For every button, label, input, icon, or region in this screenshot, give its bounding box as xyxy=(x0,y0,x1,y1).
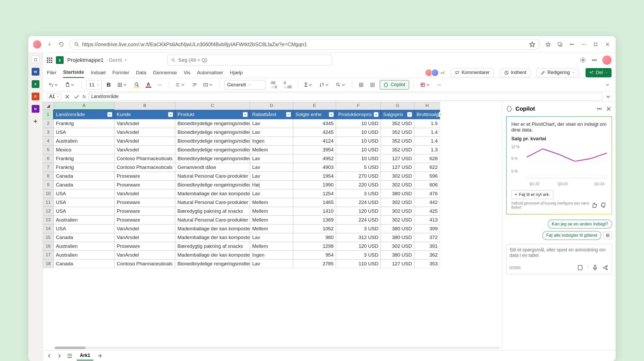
table-header-cell[interactable]: Rabatbånd xyxy=(250,110,293,119)
row-header[interactable]: 2 xyxy=(43,119,54,128)
table-cell[interactable]: VanArsdel xyxy=(114,137,175,145)
table-cell[interactable]: 1.4 xyxy=(414,137,440,145)
row-header[interactable]: 10 xyxy=(43,189,54,198)
presence-avatars[interactable]: +4 xyxy=(426,69,444,77)
filter-dropdown-icon[interactable] xyxy=(407,112,412,117)
copilot-textarea[interactable] xyxy=(510,247,609,262)
table-cell[interactable]: 127 USD xyxy=(381,163,414,172)
table-cell[interactable]: 399 xyxy=(414,224,440,233)
address-bar[interactable]: https://onedrive.live.com/:w:/t/EaCKkPs6… xyxy=(70,39,540,50)
table-cell[interactable]: Proseware xyxy=(114,207,175,216)
spreadsheet-grid[interactable]: ◢ABCDEFGH1Land/områdeKundeProduktRabatbå… xyxy=(43,102,502,268)
table-cell[interactable]: VanArsdel xyxy=(114,233,175,242)
tab-startside[interactable]: Startside xyxy=(63,67,84,78)
table-cell[interactable]: Natural Personal Care-produkter xyxy=(175,172,250,180)
table-cell[interactable]: Australien xyxy=(54,216,114,224)
table-cell[interactable]: 3 USD xyxy=(336,224,381,233)
table-cell[interactable]: USA xyxy=(54,207,114,216)
table-cell[interactable]: Mellem xyxy=(250,198,293,207)
table-cell[interactable]: Australien xyxy=(54,137,114,145)
table-cell[interactable]: 1254 xyxy=(293,189,336,198)
undo-button[interactable] xyxy=(47,80,60,89)
row-header[interactable]: 15 xyxy=(43,233,54,242)
sheet-next-icon[interactable] xyxy=(56,352,63,359)
table-cell[interactable]: 10 USD xyxy=(336,137,381,145)
table-cell[interactable]: Mademballage der kan komposter xyxy=(175,233,250,242)
table-cell[interactable]: Bæredygtig pakning af snacks xyxy=(175,207,250,216)
decrease-decimal-button[interactable]: .00→.0 xyxy=(269,80,278,89)
col-header[interactable]: E xyxy=(293,102,336,110)
table-cell[interactable]: 302 USD xyxy=(381,172,414,180)
table-cell[interactable]: 2785 xyxy=(293,259,336,268)
tab-data[interactable]: Data xyxy=(136,68,146,78)
expand-formula-icon[interactable] xyxy=(605,93,612,100)
grid-icon-button[interactable] xyxy=(603,232,612,239)
table-cell[interactable]: Natural Personal Care-produkter xyxy=(175,198,250,207)
addins-button[interactable] xyxy=(357,80,365,89)
close-icon[interactable] xyxy=(604,41,611,48)
table-cell[interactable]: Frankrig xyxy=(54,154,114,163)
row-header[interactable]: 12 xyxy=(43,207,54,216)
table-header-cell[interactable]: Land/område xyxy=(54,110,114,119)
table-cell[interactable]: Genanvendt dåse xyxy=(175,163,250,172)
table-cell[interactable]: 980 xyxy=(293,233,336,242)
cancel-formula-icon[interactable] xyxy=(64,93,71,100)
table-cell[interactable]: VanArsdel xyxy=(114,251,175,259)
col-header[interactable]: F xyxy=(336,102,381,110)
row-header[interactable]: 1 xyxy=(43,110,54,119)
font-size-input[interactable]: 11 xyxy=(86,80,102,89)
fx-icon[interactable]: fx xyxy=(82,94,86,99)
col-header[interactable]: D xyxy=(250,102,293,110)
table-cell[interactable]: 4345 xyxy=(293,119,336,128)
suggestion-add-all[interactable]: Føj alle indsigter til gitteret xyxy=(543,231,601,240)
table-cell[interactable]: USA xyxy=(54,189,114,198)
table-header-cell[interactable]: Bruttosalg xyxy=(414,110,440,119)
user-avatar[interactable] xyxy=(602,55,612,65)
rail-onenote-icon[interactable]: N xyxy=(32,105,39,113)
row-header[interactable]: 5 xyxy=(43,145,54,154)
name-box[interactable]: A1 xyxy=(47,93,61,100)
copilot-close-icon[interactable] xyxy=(605,105,612,112)
table-cell[interactable]: VanArsdel xyxy=(114,189,175,198)
table-cell[interactable]: 4952 xyxy=(293,154,336,163)
table-cell[interactable]: 110 USD xyxy=(336,259,381,268)
table-cell[interactable]: 442 xyxy=(414,198,440,207)
formula-input[interactable]: Land/område xyxy=(88,93,602,101)
table-cell[interactable]: Mellem xyxy=(250,224,293,233)
table-cell[interactable]: 1369 xyxy=(293,216,336,224)
find-button[interactable] xyxy=(334,80,348,89)
back-icon[interactable] xyxy=(46,41,53,48)
add-to-sheet-button[interactable]: +Føj til et nyt ark. xyxy=(511,190,553,199)
catchup-button[interactable]: Indhent xyxy=(500,68,530,77)
table-cell[interactable]: 1954 xyxy=(293,172,336,180)
table-cell[interactable]: Proseware xyxy=(114,172,175,180)
table-cell[interactable]: Proseware xyxy=(114,198,175,207)
sheet-tab-ark1[interactable]: Ark1 xyxy=(77,351,93,360)
tab-hjaelp[interactable]: Hjælp xyxy=(230,68,243,78)
table-cell[interactable]: Høj xyxy=(250,180,293,189)
table-cell[interactable]: Bionedbrydelige rengøringsmidler xyxy=(175,128,250,137)
table-cell[interactable]: 352 USD xyxy=(381,145,414,154)
table-cell[interactable]: 352 USD xyxy=(381,128,414,137)
table-cell[interactable]: 312 USD xyxy=(336,233,381,242)
sheet-prev-icon[interactable] xyxy=(46,352,53,359)
table-cell[interactable]: 413 xyxy=(414,216,440,224)
table-cell[interactable]: Lav xyxy=(250,259,293,268)
table-cell[interactable]: Mademballage der kan komposter xyxy=(175,189,250,198)
table-cell[interactable]: 606 xyxy=(414,180,440,189)
row-header[interactable]: 9 xyxy=(43,180,54,189)
table-cell[interactable]: 10 USD xyxy=(336,145,381,154)
table-cell[interactable]: Contoso Pharmaceuticals xyxy=(114,163,175,172)
paste-button[interactable] xyxy=(63,80,77,89)
borders-button[interactable] xyxy=(116,80,129,89)
mic-icon[interactable] xyxy=(592,264,598,271)
row-header[interactable]: 17 xyxy=(43,251,54,259)
table-cell[interactable]: Canada xyxy=(54,180,114,189)
table-cell[interactable]: Bionedbrydelige rengøringsmidler xyxy=(175,259,250,268)
row-header[interactable]: 14 xyxy=(43,224,54,233)
table-cell[interactable]: 380 USD xyxy=(381,189,414,198)
table-cell[interactable]: Bionedbrydelige rengøringsmidler xyxy=(175,119,250,128)
table-cell[interactable]: 4245 xyxy=(293,128,336,137)
table-cell[interactable]: 3954 xyxy=(293,145,336,154)
settings-icon[interactable] xyxy=(580,57,586,63)
